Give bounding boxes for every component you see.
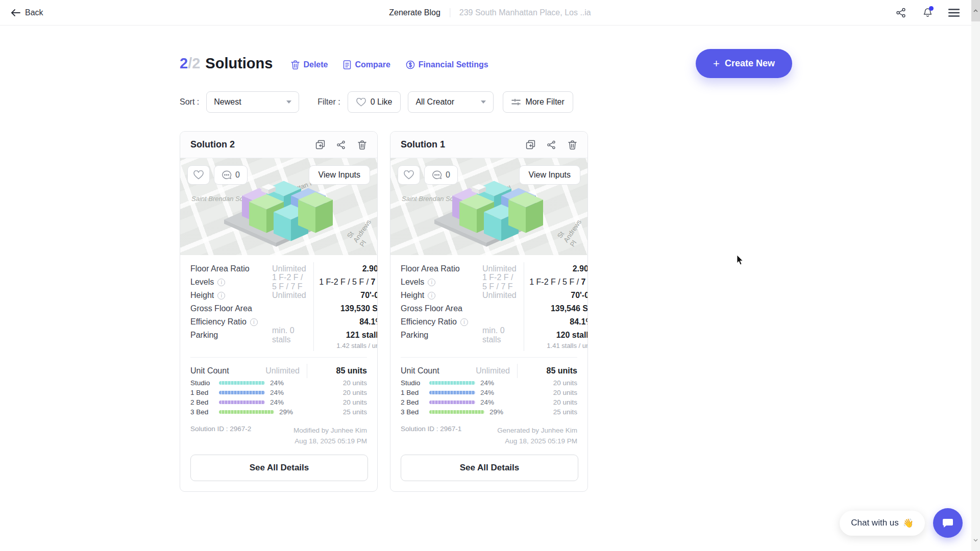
page-title-label: Solutions (205, 55, 273, 72)
more-filter-button[interactable]: More Filter (503, 91, 573, 113)
unit-bar (429, 381, 475, 385)
comment-bubble-icon (222, 170, 232, 180)
trash-icon[interactable] (357, 140, 367, 150)
delete-button[interactable]: Delete (291, 60, 328, 69)
duplicate-icon[interactable] (315, 140, 325, 150)
sort-dropdown[interactable]: Newest (206, 91, 299, 113)
unit-bar (429, 400, 475, 404)
like-button[interactable] (398, 165, 420, 185)
view-inputs-button[interactable]: View Inputs (519, 165, 580, 185)
chat-launcher-button[interactable] (933, 508, 963, 538)
trash-icon[interactable] (567, 140, 577, 150)
comments-button[interactable]: 0 (424, 165, 458, 185)
unit-count-section: Unit Count Unlimited 85 units Studio 24%… (401, 357, 577, 417)
waving-hand-emoji: 👋 (903, 518, 914, 529)
plus-icon: + (713, 58, 720, 69)
filter-label: Filter : (317, 97, 340, 107)
unit-bar (219, 381, 265, 385)
info-icon[interactable]: i (217, 279, 225, 286)
map-label-street: St Andrews Pl (346, 212, 378, 248)
solution-meta: Modified by Junhee Kim Aug 18, 2025 05:1… (293, 425, 367, 446)
heart-icon (404, 170, 414, 180)
top-bar: Back Zenerate Blog 239 South Manhattan P… (0, 0, 980, 26)
back-button[interactable]: Back (11, 8, 43, 17)
unit-row: 2 Bed 24% 20 units (401, 397, 577, 407)
solution-id: Solution ID : 2967-1 (401, 425, 461, 446)
creator-dropdown[interactable]: All Creator (408, 91, 494, 113)
chevron-down-icon (286, 101, 291, 104)
parking-per-unit: 1.41 stalls / unit (524, 342, 588, 351)
solution-card: Solution 1 (390, 131, 588, 492)
solution-id: Solution ID : 2967-2 (190, 425, 251, 446)
divider (450, 8, 450, 17)
info-icon[interactable]: i (250, 318, 258, 326)
solutions-count-total: /2 (188, 55, 200, 72)
compare-button[interactable]: Compare (343, 60, 390, 69)
unit-row: 2 Bed 24% 20 units (190, 397, 367, 407)
info-icon[interactable]: i (428, 279, 435, 286)
share-icon[interactable] (895, 7, 906, 18)
page-scrollbar[interactable] (971, 0, 980, 551)
solution-title: Solution 2 (190, 139, 235, 150)
notifications-bell-icon[interactable] (922, 7, 933, 18)
unit-row: Studio 24% 20 units (190, 378, 367, 388)
document-icon (343, 60, 351, 69)
heart-icon (356, 98, 366, 107)
like-button[interactable] (187, 165, 210, 185)
info-icon[interactable]: i (460, 318, 468, 326)
hamburger-menu-icon[interactable] (948, 7, 960, 18)
unit-bar (219, 400, 265, 404)
chat-bubble-icon (942, 517, 954, 529)
view-inputs-button[interactable]: View Inputs (309, 165, 370, 185)
like-filter-button[interactable]: 0 Like (348, 91, 401, 113)
comment-bubble-icon (432, 170, 442, 180)
solutions-count-current: 2 (180, 55, 188, 72)
see-all-details-button[interactable]: See All Details (190, 455, 368, 481)
scroll-up-button[interactable] (971, 0, 980, 21)
duplicate-icon[interactable] (525, 140, 535, 150)
unit-row: 1 Bed 24% 20 units (401, 388, 577, 397)
trash-icon (291, 60, 300, 69)
solution-stats: Floor Area Ratio Unlimited 2.906 Levelsi… (180, 255, 377, 351)
unit-row: 1 Bed 24% 20 units (190, 388, 367, 397)
info-icon[interactable]: i (217, 292, 225, 299)
solution-title: Solution 1 (401, 139, 445, 150)
page-title: 2 /2 Solutions (180, 55, 273, 72)
see-all-details-button[interactable]: See All Details (401, 455, 578, 481)
solution-meta: Generated by Junhee Kim Aug 18, 2025 05:… (497, 425, 577, 446)
unit-bar (429, 391, 475, 394)
chat-with-us-pill[interactable]: Chat with us 👋 (840, 511, 925, 536)
back-label: Back (25, 8, 43, 17)
map-label-street: St Andrews Pl (556, 212, 588, 248)
back-arrow-icon (11, 9, 20, 16)
solution-map-preview[interactable]: 0 View Inputs Saint Brendan School S Man… (390, 158, 587, 255)
solution-card: Solution 2 (180, 131, 378, 492)
sort-label: Sort : (180, 97, 199, 107)
solution-map-preview[interactable]: 0 View Inputs Saint Brendan School Manha… (180, 158, 377, 255)
unit-bar (219, 391, 265, 394)
heart-icon (193, 170, 204, 180)
share-icon[interactable] (546, 140, 556, 150)
comment-count: 0 (446, 170, 450, 180)
project-name[interactable]: Zenerate Blog (389, 8, 440, 17)
parking-per-unit: 1.42 stalls / unit (313, 342, 378, 351)
solution-stats: Floor Area Ratio Unlimited 2.907 Levelsi… (390, 255, 587, 351)
unit-row: 3 Bed 29% 25 units (190, 407, 367, 417)
chevron-down-icon (481, 101, 486, 104)
project-address: 239 South Manhattan Place, Los ..ia (459, 8, 591, 17)
unit-bar (429, 410, 484, 414)
comments-button[interactable]: 0 (214, 165, 248, 185)
unit-row: 3 Bed 29% 25 units (401, 407, 577, 417)
unit-row: Studio 24% 20 units (401, 378, 577, 388)
unit-bar (219, 410, 274, 414)
info-icon[interactable]: i (428, 292, 435, 299)
breadcrumb: Zenerate Blog 239 South Manhattan Place,… (389, 0, 591, 25)
notification-dot (929, 6, 934, 11)
scroll-down-button[interactable] (971, 530, 980, 551)
unit-count-section: Unit Count Unlimited 85 units Studio 24%… (190, 357, 367, 417)
comment-count: 0 (235, 170, 240, 180)
financial-settings-button[interactable]: Financial Settings (406, 60, 488, 69)
create-new-button[interactable]: + Create New (696, 49, 792, 78)
share-icon[interactable] (336, 140, 346, 150)
sliders-icon (511, 98, 521, 106)
